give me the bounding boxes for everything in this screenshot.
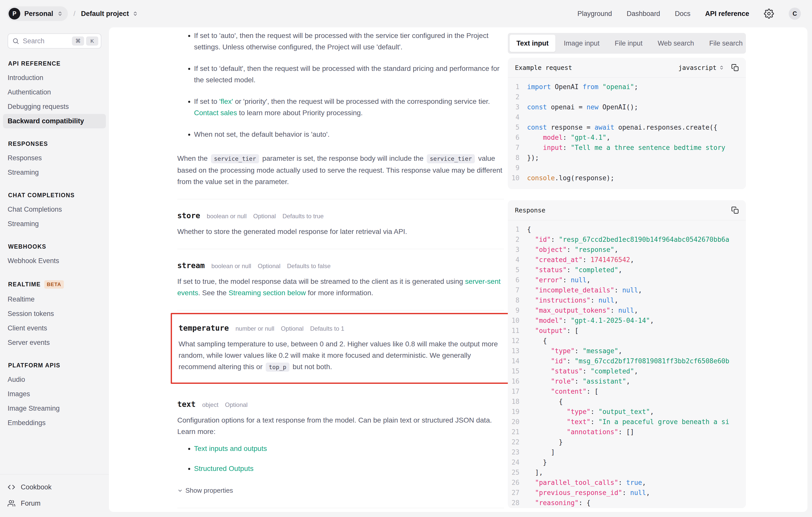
- gear-icon: [764, 9, 774, 19]
- code-token: OpenAI();: [599, 103, 638, 111]
- code-text: "output": [: [527, 326, 579, 336]
- tab-file-input[interactable]: File input: [608, 35, 649, 52]
- code-token: openai =: [547, 103, 587, 111]
- sidebar-item-images[interactable]: Images: [3, 387, 106, 401]
- service-tier-paragraph: When the service_tier parameter is set, …: [177, 153, 504, 187]
- sidebar-section-title-text: PLATFORM APIS: [8, 362, 60, 369]
- code-token: [527, 307, 535, 314]
- code-token: [527, 388, 551, 395]
- learn-more-list: Text inputs and outputsStructured Output…: [177, 443, 504, 474]
- code-token: :: [590, 408, 598, 416]
- code-token: "parallel_tool_calls": [535, 479, 618, 486]
- sidebar-item-chat-completions[interactable]: Chat Completions: [3, 202, 106, 217]
- inline-link[interactable]: Contact sales: [194, 109, 237, 117]
- sidebar-footer-forum[interactable]: Forum: [8, 495, 101, 511]
- sidebar-item-audio[interactable]: Audio: [3, 372, 106, 387]
- code-line: 27 "previous_response_id": null,: [508, 488, 746, 498]
- tab-image-input[interactable]: Image input: [557, 35, 606, 52]
- project-switcher[interactable]: Default project: [81, 10, 138, 18]
- sidebar-item-debugging-requests[interactable]: Debugging requests: [3, 99, 106, 114]
- line-number: 7: [508, 143, 519, 153]
- code-line: 12 {: [508, 336, 746, 346]
- user-avatar[interactable]: C: [789, 8, 801, 20]
- nav-item-docs[interactable]: Docs: [675, 10, 690, 18]
- code-token: {: [527, 225, 531, 233]
- code-token: ,: [642, 479, 646, 486]
- text-run: but not both.: [291, 363, 332, 371]
- code-line: 7 "incomplete_details": null,: [508, 285, 746, 295]
- code-token: "completed": [590, 367, 634, 375]
- code-token: "gpt-4.1": [571, 134, 606, 141]
- sidebar-item-server-events[interactable]: Server events: [3, 335, 106, 350]
- text-run: When the: [177, 154, 210, 162]
- code-token: "content": [551, 388, 587, 395]
- search-input[interactable]: Search ⌘K: [8, 33, 101, 49]
- code-token: "previous_response_id": [535, 489, 622, 496]
- top-nav: PlaygroundDashboardDocsAPI reference C: [577, 8, 801, 20]
- code-token: "role": [551, 377, 575, 385]
- inline-link[interactable]: Streaming section below: [228, 289, 306, 297]
- code-line: 7 input: "Tell me a three sentence bedti…: [508, 143, 746, 153]
- code-token: response =: [547, 124, 594, 131]
- text-run: or 'priority', then the request will be …: [233, 97, 490, 105]
- sidebar-item-authentication[interactable]: Authentication: [3, 85, 106, 99]
- code-line: 2: [508, 92, 746, 102]
- content-card: If set to 'auto', then the request will …: [109, 27, 807, 512]
- nav-item-playground[interactable]: Playground: [577, 10, 612, 18]
- code-token: "max_output_tokens": [535, 307, 610, 314]
- sidebar-item-webhook-events[interactable]: Webhook Events: [3, 254, 106, 268]
- code-token: ],: [527, 469, 543, 476]
- top-header: P Personal / Default project PlaygroundD…: [0, 0, 812, 27]
- org-switcher[interactable]: P Personal: [7, 6, 68, 21]
- code-token: : []: [618, 428, 634, 436]
- sidebar-footer-cookbook[interactable]: Cookbook: [8, 479, 101, 495]
- tab-web-search[interactable]: Web search: [651, 35, 701, 52]
- code-text: "error": null,: [527, 275, 590, 285]
- inline-link[interactable]: Text inputs and outputs: [194, 445, 267, 452]
- inline-link[interactable]: Structured Outputs: [194, 464, 254, 473]
- param-temperature: temperaturenumber or nullOptionalDefault…: [177, 310, 504, 384]
- list-item: If set to 'default', then the request wi…: [194, 63, 504, 86]
- param-stream: streamboolean or nullOptionalDefaults to…: [177, 249, 504, 299]
- line-number: 27: [508, 488, 519, 498]
- sidebar-item-backward-compatibility[interactable]: Backward compatibility: [3, 114, 106, 128]
- sidebar-item-realtime[interactable]: Realtime: [3, 292, 106, 307]
- search-placeholder: Search: [23, 37, 68, 45]
- show-properties-toggle[interactable]: Show properties: [177, 485, 504, 496]
- code-token: ,: [634, 367, 638, 375]
- nav-item-dashboard[interactable]: Dashboard: [627, 10, 660, 18]
- tab-file-search[interactable]: File search: [702, 35, 749, 52]
- line-number: 15: [508, 366, 519, 376]
- sidebar-item-introduction[interactable]: Introduction: [3, 71, 106, 85]
- code-token: ,: [614, 297, 618, 304]
- code-text: model: "gpt-4.1",: [527, 132, 610, 143]
- language-select[interactable]: javascript: [678, 64, 724, 71]
- settings-gear-button[interactable]: [764, 9, 774, 19]
- list-item: Text inputs and outputs: [194, 443, 504, 454]
- sidebar-item-client-events[interactable]: Client events: [3, 321, 106, 335]
- sidebar-item-streaming[interactable]: Streaming: [3, 217, 106, 231]
- copy-button[interactable]: [731, 64, 739, 71]
- sidebar-footer: CookbookForum: [0, 474, 109, 517]
- code-token: :: [583, 256, 590, 264]
- tab-text-input[interactable]: Text input: [510, 35, 555, 52]
- text-run: What sampling temperature to use, betwee…: [179, 340, 498, 371]
- sidebar-section-title-text: WEBHOOKS: [8, 243, 46, 250]
- sidebar-section-title-text: RESPONSES: [8, 141, 48, 147]
- inline-link[interactable]: 'flex': [219, 97, 233, 105]
- sidebar-item-embeddings[interactable]: Embeddings: [3, 416, 106, 430]
- code-text: "instructions": null,: [527, 295, 618, 305]
- param-header: temperaturenumber or nullOptionalDefault…: [179, 322, 503, 334]
- param-header: storeboolean or nullOptionalDefaults to …: [177, 210, 504, 222]
- code-text: }: [527, 437, 563, 447]
- sidebar-item-responses[interactable]: Responses: [3, 151, 106, 165]
- param-name: store: [177, 210, 200, 221]
- code-token: "type": [567, 408, 591, 416]
- code-line: 1{: [508, 224, 746, 235]
- sidebar-item-streaming[interactable]: Streaming: [3, 165, 106, 180]
- code-token: [527, 489, 535, 496]
- nav-item-api-reference[interactable]: API reference: [705, 10, 749, 18]
- copy-button[interactable]: [731, 206, 739, 214]
- sidebar-item-session-tokens[interactable]: Session tokens: [3, 307, 106, 321]
- sidebar-item-image-streaming[interactable]: Image Streaming: [3, 401, 106, 416]
